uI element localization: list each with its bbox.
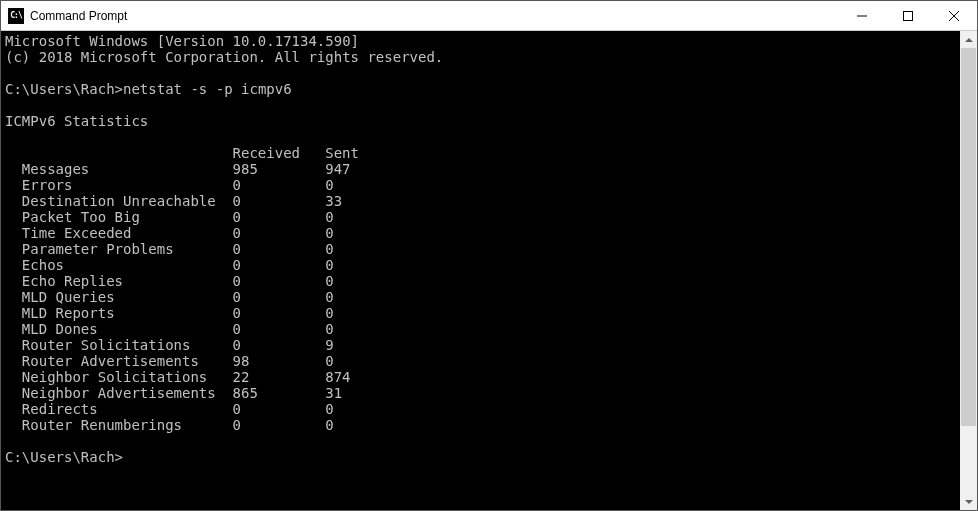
stat-sent: 0 xyxy=(325,209,333,225)
stats-rows: Messages985947 Errors00 Destination Unre… xyxy=(5,161,956,433)
cmd-icon: C:\ xyxy=(8,8,24,24)
stat-received: 985 xyxy=(233,161,326,177)
stat-sent: 33 xyxy=(325,193,342,209)
stat-received: 0 xyxy=(233,209,326,225)
stat-sent: 947 xyxy=(325,161,350,177)
stat-received: 98 xyxy=(233,353,326,369)
stat-label: MLD Queries xyxy=(5,289,233,305)
prompt-path: C:\Users\Rach> xyxy=(5,81,123,97)
stat-sent: 874 xyxy=(325,369,350,385)
stat-label: Router Advertisements xyxy=(5,353,233,369)
svg-rect-1 xyxy=(904,11,913,20)
stat-received: 0 xyxy=(233,337,326,353)
stat-received: 0 xyxy=(233,401,326,417)
window-controls xyxy=(839,1,977,30)
terminal-output[interactable]: Microsoft Windows [Version 10.0.17134.59… xyxy=(1,31,960,510)
minimize-button[interactable] xyxy=(839,1,885,30)
stat-sent: 0 xyxy=(325,321,333,337)
stat-label: Echos xyxy=(5,257,233,273)
stat-sent: 0 xyxy=(325,353,333,369)
entered-command: netstat -s -p icmpv6 xyxy=(123,81,292,97)
stat-sent: 0 xyxy=(325,257,333,273)
stat-label: Router Solicitations xyxy=(5,337,233,353)
stat-label: Messages xyxy=(5,161,233,177)
window-title: Command Prompt xyxy=(30,9,839,23)
stat-label: Neighbor Solicitations xyxy=(5,369,233,385)
stat-label: MLD Dones xyxy=(5,321,233,337)
stat-label: Parameter Problems xyxy=(5,241,233,257)
stat-received: 865 xyxy=(233,385,326,401)
stat-sent: 0 xyxy=(325,417,333,433)
stat-received: 0 xyxy=(233,225,326,241)
stat-sent: 9 xyxy=(325,337,333,353)
stat-sent: 0 xyxy=(325,241,333,257)
stat-received: 0 xyxy=(233,177,326,193)
close-icon xyxy=(949,11,959,21)
window-titlebar[interactable]: C:\ Command Prompt xyxy=(1,1,977,31)
copyright-line: (c) 2018 Microsoft Corporation. All righ… xyxy=(5,49,443,65)
vertical-scrollbar[interactable] xyxy=(960,31,977,510)
stat-label: Redirects xyxy=(5,401,233,417)
header-received: Received xyxy=(233,145,326,161)
stat-sent: 0 xyxy=(325,273,333,289)
stat-received: 22 xyxy=(233,369,326,385)
stat-label: Time Exceeded xyxy=(5,225,233,241)
chevron-down-icon xyxy=(965,500,973,504)
close-button[interactable] xyxy=(931,1,977,30)
scroll-thumb[interactable] xyxy=(961,48,976,426)
stat-label: Packet Too Big xyxy=(5,209,233,225)
header-sent: Sent xyxy=(325,145,359,161)
stat-received: 0 xyxy=(233,321,326,337)
os-version-line: Microsoft Windows [Version 10.0.17134.59… xyxy=(5,33,359,49)
stat-received: 0 xyxy=(233,241,326,257)
maximize-button[interactable] xyxy=(885,1,931,30)
stat-sent: 0 xyxy=(325,225,333,241)
prompt-path-2: C:\Users\Rach> xyxy=(5,449,123,465)
stat-sent: 0 xyxy=(325,289,333,305)
stat-label: Neighbor Advertisements xyxy=(5,385,233,401)
svg-marker-4 xyxy=(965,38,973,42)
stat-label: Errors xyxy=(5,177,233,193)
stat-label: MLD Reports xyxy=(5,305,233,321)
stat-received: 0 xyxy=(233,417,326,433)
svg-marker-5 xyxy=(965,500,973,504)
stat-sent: 31 xyxy=(325,385,342,401)
stat-label: Echo Replies xyxy=(5,273,233,289)
scroll-up-arrow[interactable] xyxy=(960,31,977,48)
stat-received: 0 xyxy=(233,289,326,305)
stat-sent: 0 xyxy=(325,177,333,193)
stat-label: Destination Unreachable xyxy=(5,193,233,209)
stats-title: ICMPv6 Statistics xyxy=(5,113,148,129)
chevron-up-icon xyxy=(965,38,973,42)
minimize-icon xyxy=(857,11,867,21)
scroll-track[interactable] xyxy=(960,48,977,493)
stat-received: 0 xyxy=(233,257,326,273)
stat-received: 0 xyxy=(233,193,326,209)
stat-sent: 0 xyxy=(325,305,333,321)
stat-sent: 0 xyxy=(325,401,333,417)
terminal-wrapper: Microsoft Windows [Version 10.0.17134.59… xyxy=(1,31,977,510)
stat-received: 0 xyxy=(233,273,326,289)
stat-received: 0 xyxy=(233,305,326,321)
scroll-down-arrow[interactable] xyxy=(960,493,977,510)
maximize-icon xyxy=(903,11,913,21)
stat-label: Router Renumberings xyxy=(5,417,233,433)
